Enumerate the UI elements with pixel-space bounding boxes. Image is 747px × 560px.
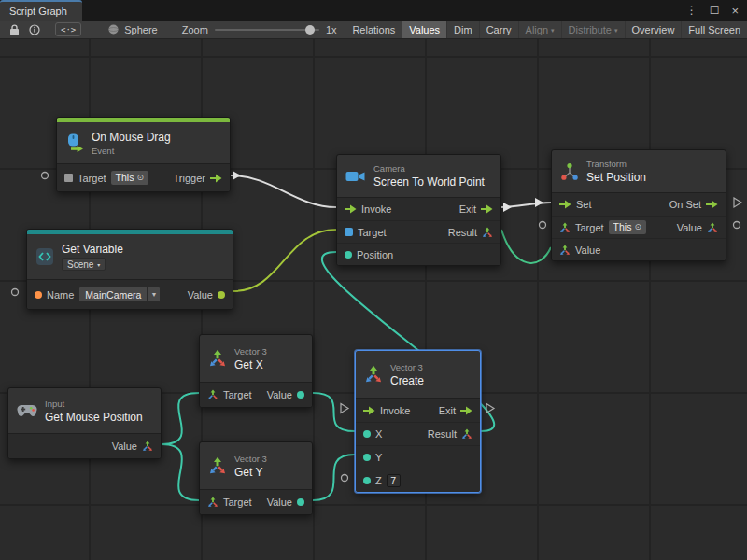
- relations-button[interactable]: Relations: [345, 21, 402, 38]
- object-picker-icon[interactable]: ⊙: [634, 222, 641, 231]
- node-get-y[interactable]: Vector 3 Get Y Target Value: [199, 441, 313, 515]
- zoom-label: Zoom: [182, 24, 208, 35]
- node-category: Vector 3: [234, 346, 267, 357]
- float-port-icon[interactable]: [297, 391, 304, 399]
- z-value-field[interactable]: 7: [387, 474, 401, 487]
- transform-icon: [560, 162, 579, 181]
- variable-scope-dropdown[interactable]: Scene ▾: [62, 258, 106, 271]
- value-port-label: Value: [267, 497, 292, 508]
- vector3-port-icon[interactable]: [345, 251, 352, 259]
- toolbar-separator: [49, 24, 49, 35]
- x-port-label: X: [375, 428, 382, 440]
- sphere-icon: [107, 23, 120, 35]
- code-view-button[interactable]: <·>: [55, 22, 81, 36]
- vector3-port-icon[interactable]: [207, 497, 218, 508]
- node-subtitle: Event: [92, 146, 171, 156]
- node-screen-to-world-point[interactable]: Camera Screen To World Point Invoke Exit…: [336, 154, 501, 266]
- value-output-label: Value: [677, 222, 702, 233]
- node-title: Get Y: [234, 466, 267, 479]
- float-port-icon[interactable]: [297, 498, 304, 506]
- node-set-position[interactable]: Transform Set Position Set On Set Target: [551, 149, 726, 261]
- zoom-slider-handle[interactable]: [305, 25, 315, 35]
- control-input-icon[interactable]: [559, 200, 571, 209]
- node-get-variable[interactable]: Get Variable Scene ▾ Name MainCamera ▼ V…: [26, 229, 233, 310]
- on-set-port-label: On Set: [669, 199, 701, 210]
- info-button[interactable]: [26, 22, 43, 37]
- fullscreen-button[interactable]: Full Screen: [681, 21, 747, 38]
- dim-button[interactable]: Dim: [446, 21, 479, 38]
- zoom-slider[interactable]: [215, 29, 319, 31]
- value-port-label: Value: [112, 441, 137, 452]
- align-button[interactable]: Align ▾: [518, 21, 561, 38]
- node-category: Vector 3: [390, 362, 424, 372]
- vector3-port-icon[interactable]: [142, 441, 153, 452]
- lock-button[interactable]: [6, 22, 22, 37]
- overview-button[interactable]: Overview: [625, 21, 682, 38]
- invoke-port-label: Invoke: [361, 203, 391, 215]
- vector3-port-icon[interactable]: [482, 227, 493, 238]
- context-object-name: Sphere: [124, 24, 157, 35]
- window-menu-icon[interactable]: ⋮: [686, 5, 698, 16]
- object-port-icon[interactable]: [218, 291, 225, 299]
- node-title: Set Position: [586, 171, 646, 184]
- caret-down-icon: ▾: [97, 262, 100, 268]
- control-input-icon[interactable]: [363, 406, 375, 415]
- float-port-icon[interactable]: [363, 454, 371, 461]
- this-object-chip[interactable]: This ⊙: [609, 220, 646, 234]
- transform-port-icon[interactable]: [559, 222, 571, 233]
- zoom-value: 1x: [326, 24, 337, 35]
- vector3-port-icon[interactable]: [707, 222, 718, 233]
- result-port-label: Result: [428, 428, 457, 440]
- node-title: Get Mouse Position: [45, 411, 143, 424]
- gamepad-icon: [17, 404, 37, 417]
- float-port-icon[interactable]: [363, 477, 371, 484]
- invoke-port-label: Invoke: [380, 405, 410, 416]
- node-on-mouse-drag[interactable]: On Mouse Drag Event Target This ⊙ Trigge…: [56, 117, 231, 192]
- vector3-port-icon[interactable]: [461, 428, 472, 440]
- vector3-icon: [208, 349, 227, 368]
- control-output-icon[interactable]: [460, 406, 472, 415]
- control-output-icon[interactable]: [210, 174, 222, 183]
- maximize-icon[interactable]: ☐: [710, 5, 720, 16]
- object-picker-icon[interactable]: ⊙: [136, 173, 144, 182]
- result-port-label: Result: [448, 227, 477, 238]
- close-icon[interactable]: ×: [731, 5, 739, 17]
- node-title: Screen To World Point: [374, 175, 485, 189]
- node-title: Create: [390, 374, 424, 387]
- node-category: Camera: [374, 163, 485, 174]
- float-port-icon[interactable]: [363, 430, 371, 438]
- node-category: Input: [45, 399, 143, 409]
- set-port-label: Set: [576, 199, 592, 210]
- info-icon: [29, 24, 40, 35]
- position-port-label: Position: [357, 249, 393, 260]
- graph-context[interactable]: Sphere: [107, 23, 157, 35]
- node-get-x[interactable]: Vector 3 Get X Target Value: [199, 334, 313, 408]
- node-create-vector3[interactable]: Vector 3 Create Invoke Exit X Result: [355, 350, 481, 493]
- string-port-icon[interactable]: [35, 291, 42, 299]
- target-port-label: Target: [575, 222, 604, 233]
- camera-port-icon[interactable]: [345, 228, 353, 236]
- exit-port-label: Exit: [459, 203, 476, 215]
- node-get-mouse-position[interactable]: Input Get Mouse Position Value: [7, 387, 162, 459]
- mouse-drag-icon: [65, 133, 84, 152]
- distribute-button[interactable]: Distribute ▾: [561, 21, 625, 38]
- caret-down-icon: ▼: [147, 287, 160, 301]
- control-output-icon[interactable]: [706, 200, 718, 209]
- vector3-port-icon[interactable]: [559, 245, 571, 256]
- carry-button[interactable]: Carry: [479, 21, 518, 38]
- tab-script-graph[interactable]: Script Graph: [0, 0, 82, 21]
- variable-name-dropdown[interactable]: MainCamera ▼: [78, 287, 161, 302]
- control-input-icon[interactable]: [345, 204, 357, 214]
- lock-icon: [9, 24, 20, 35]
- this-object-chip[interactable]: This ⊙: [111, 171, 148, 185]
- variable-icon: [35, 247, 54, 266]
- name-port-label: Name: [47, 289, 74, 301]
- window-tab-bar: Script Graph ⋮ ☐ ×: [0, 0, 747, 21]
- tab-title: Script Graph: [9, 6, 67, 17]
- values-button[interactable]: Values: [402, 21, 446, 38]
- node-title: Get X: [234, 358, 267, 371]
- control-output-icon[interactable]: [481, 204, 493, 214]
- vector3-port-icon[interactable]: [207, 389, 218, 400]
- node-title: Get Variable: [62, 243, 123, 256]
- gameobject-port-icon[interactable]: [64, 174, 73, 182]
